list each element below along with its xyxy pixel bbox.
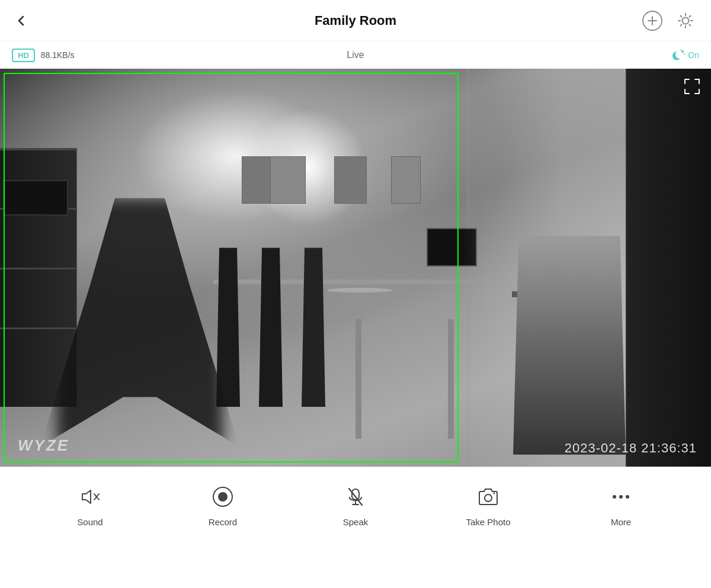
camera-icon (475, 484, 501, 510)
subheader-left: HD 88.1KB/s (12, 49, 75, 62)
svg-point-18 (613, 495, 616, 499)
header-left (12, 11, 31, 30)
more-button[interactable]: More (555, 484, 687, 527)
live-label: Live (347, 50, 364, 60)
camera-scene: WYZE 2023-02-18 21:36:31 (0, 69, 711, 467)
svg-point-4 (681, 50, 684, 53)
record-label: Record (209, 517, 237, 527)
record-button[interactable]: Record (156, 484, 289, 527)
motion-detection-box (4, 73, 459, 463)
page-title: Family Room (315, 13, 396, 28)
night-mode-indicator[interactable]: On (672, 49, 699, 62)
bandwidth-label: 88.1KB/s (41, 50, 75, 60)
take-photo-label: Take Photo (466, 517, 510, 527)
sound-button[interactable]: Sound (24, 484, 156, 527)
svg-point-20 (626, 495, 629, 499)
night-mode-label: On (688, 50, 699, 60)
fullscreen-button[interactable] (683, 77, 702, 96)
svg-point-16 (485, 494, 492, 502)
more-label: More (611, 517, 631, 527)
svg-point-19 (619, 495, 623, 499)
record-icon (210, 484, 236, 510)
add-button[interactable] (639, 7, 666, 34)
svg-point-6 (684, 53, 685, 54)
wyze-watermark: WYZE (18, 436, 69, 455)
sound-label: Sound (77, 517, 103, 527)
settings-button[interactable] (672, 7, 699, 34)
back-button[interactable] (12, 11, 31, 30)
speak-button[interactable]: Speak (289, 484, 422, 527)
toolbar: Sound Record Speak (0, 467, 711, 544)
quality-badge[interactable]: HD (12, 49, 35, 62)
sound-icon (77, 484, 103, 510)
svg-point-11 (218, 492, 228, 502)
svg-marker-7 (82, 490, 91, 503)
take-photo-button[interactable]: Take Photo (422, 484, 555, 527)
camera-feed: WYZE 2023-02-18 21:36:31 (0, 69, 711, 467)
live-indicator: Live (347, 50, 364, 60)
speak-icon (342, 484, 369, 510)
camera-timestamp: 2023-02-18 21:36:31 (565, 441, 697, 456)
subheader: HD 88.1KB/s Live On (0, 41, 711, 69)
svg-point-17 (494, 493, 495, 494)
more-icon (608, 484, 634, 510)
speak-label: Speak (343, 517, 369, 527)
svg-point-5 (680, 49, 681, 50)
header-right (639, 7, 699, 34)
svg-point-3 (683, 17, 689, 24)
subheader-right: On (672, 49, 699, 62)
header: Family Room (0, 0, 711, 41)
